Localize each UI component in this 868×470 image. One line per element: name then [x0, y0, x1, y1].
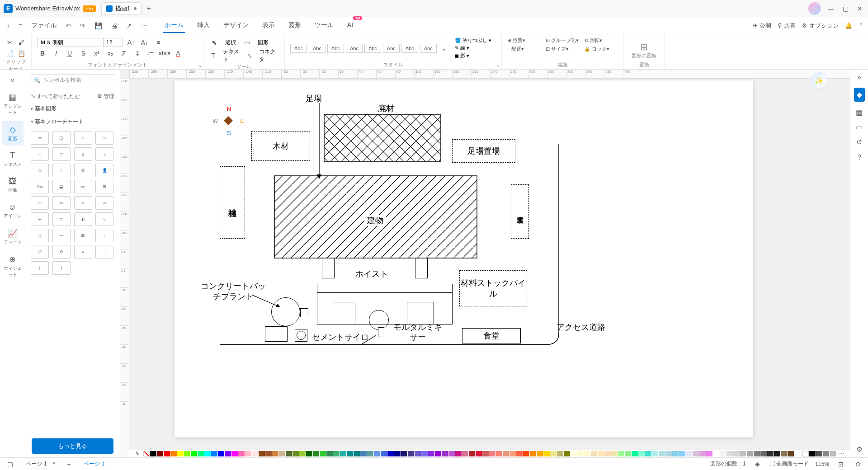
shape-18[interactable]: ▭: [52, 196, 71, 210]
color-swatch[interactable]: [672, 451, 679, 456]
rail-templates[interactable]: ▦テンプレート: [2, 89, 24, 119]
shape-28[interactable]: ○: [95, 229, 113, 242]
shape-33[interactable]: {: [31, 261, 49, 275]
more-shapes-button[interactable]: もっと見る: [32, 438, 113, 454]
collapse-ribbon-button[interactable]: ⌃: [859, 22, 863, 29]
panel-help-icon[interactable]: ？: [856, 153, 863, 162]
style-preset-8[interactable]: Abc: [420, 44, 437, 53]
italic-button[interactable]: I: [51, 48, 61, 59]
rail-charts[interactable]: 📈チャート: [2, 225, 24, 249]
user-avatar[interactable]: [808, 2, 821, 15]
color-swatch[interactable]: [496, 451, 502, 456]
tab-shape[interactable]: 図形: [287, 19, 303, 33]
color-swatch[interactable]: [482, 451, 489, 456]
zoom-actual-button[interactable]: ⊙: [853, 459, 863, 470]
panel-present-icon[interactable]: ▭: [856, 123, 863, 132]
color-swatch[interactable]: [604, 451, 611, 456]
color-swatch[interactable]: [421, 451, 428, 456]
add-page-button[interactable]: +: [64, 459, 75, 470]
color-swatch[interactable]: [306, 451, 312, 456]
rail-images[interactable]: 🖼画像: [2, 173, 24, 197]
color-swatch[interactable]: [469, 451, 475, 456]
shape-34[interactable]: }: [52, 261, 71, 275]
increase-font-button[interactable]: A↑: [126, 37, 137, 48]
hoist-2[interactable]: [415, 258, 428, 278]
shape-user[interactable]: 👤: [95, 164, 113, 177]
color-swatch[interactable]: [781, 451, 787, 456]
color-swatch[interactable]: [245, 451, 251, 456]
color-swatch[interactable]: [170, 451, 177, 456]
tab-insert[interactable]: 挿入: [195, 19, 212, 33]
tab-home[interactable]: ホーム: [163, 19, 185, 33]
color-swatch[interactable]: [367, 451, 373, 456]
color-swatch[interactable]: [638, 451, 645, 456]
color-swatch[interactable]: [645, 451, 651, 456]
color-swatch[interactable]: [340, 451, 346, 456]
style-preset-7[interactable]: Abc: [401, 44, 418, 53]
color-swatch[interactable]: [374, 451, 380, 456]
color-swatch[interactable]: [279, 451, 285, 456]
style-gallery-more[interactable]: ⌄: [439, 43, 449, 54]
format-painter-button[interactable]: 🖌: [17, 37, 26, 48]
select-tool-button[interactable]: 選択: [222, 39, 239, 47]
color-swatch[interactable]: [455, 451, 462, 456]
save-button[interactable]: 💾: [92, 20, 105, 31]
copy-button[interactable]: 📄: [5, 48, 14, 59]
no-fill-swatch[interactable]: [143, 451, 150, 456]
color-swatch[interactable]: [747, 451, 753, 456]
shape-27[interactable]: ▦: [74, 229, 92, 242]
color-gray2[interactable]: [823, 451, 829, 456]
rail-widgets[interactable]: ⊕ウィジェット: [2, 251, 24, 282]
shape-display[interactable]: ⬭: [95, 131, 113, 145]
decrease-font-button[interactable]: A↓: [139, 37, 150, 48]
color-swatch[interactable]: [448, 451, 455, 456]
rotate-button[interactable]: ⟲ 回転▾: [584, 37, 618, 44]
label-mortar-mixer[interactable]: モルタルミキサー: [391, 323, 445, 342]
font-family-select[interactable]: [37, 38, 100, 47]
color-swatch[interactable]: [754, 451, 760, 456]
tab-ai[interactable]: AIhot: [345, 19, 355, 33]
wood-area[interactable]: 木材: [251, 131, 310, 161]
rail-icons[interactable]: ☺アイコン: [2, 199, 24, 223]
color-swatch[interactable]: [191, 451, 197, 456]
close-button[interactable]: ✕: [855, 4, 864, 13]
label-hoist[interactable]: ホイスト: [355, 268, 388, 279]
color-swatch[interactable]: [774, 451, 780, 456]
color-swatch[interactable]: [401, 451, 407, 456]
bold-button[interactable]: B: [37, 48, 48, 59]
shape-23[interactable]: ◐: [74, 212, 92, 226]
color-swatch[interactable]: [252, 451, 258, 456]
color-swatch[interactable]: [238, 451, 245, 456]
color-swatch[interactable]: [326, 451, 333, 456]
style-preset-6[interactable]: Abc: [383, 44, 400, 53]
connector-tool-button[interactable]: コネクタ: [256, 48, 279, 63]
concrete-chute[interactable]: [300, 308, 308, 317]
color-swatch[interactable]: [598, 451, 604, 456]
line-button[interactable]: ✎ 線 ▾: [455, 45, 491, 52]
color-swatch[interactable]: [659, 451, 665, 456]
color-swatch[interactable]: [177, 451, 184, 456]
font-size-select[interactable]: [103, 38, 123, 47]
tab-tool[interactable]: ツール: [313, 19, 335, 33]
paste-button[interactable]: 📋: [17, 48, 26, 59]
color-swatch[interactable]: [625, 451, 631, 456]
color-swatch[interactable]: [699, 451, 706, 456]
settings-gear-icon[interactable]: ⚙: [856, 445, 863, 454]
rack-top[interactable]: [317, 284, 453, 293]
color-swatch[interactable]: [550, 451, 557, 456]
color-swatch[interactable]: [571, 451, 577, 456]
color-swatch[interactable]: [387, 451, 394, 456]
concrete-mixer-drum[interactable]: [271, 297, 300, 326]
access-road-line[interactable]: [550, 144, 568, 345]
color-swatch[interactable]: [231, 451, 238, 456]
fold-all-button[interactable]: ⤡ すべて折りたたむ: [31, 93, 80, 100]
undo-button[interactable]: ↶: [63, 20, 74, 31]
color-swatch[interactable]: [408, 451, 414, 456]
page-nav-icon[interactable]: ▢: [5, 459, 15, 470]
color-swatch[interactable]: [632, 451, 638, 456]
color-swatch[interactable]: [259, 451, 265, 456]
color-white[interactable]: [802, 451, 809, 456]
color-swatch[interactable]: [150, 451, 156, 456]
color-swatch[interactable]: [415, 451, 421, 456]
group-button[interactable]: ⊡ グループ化▾: [546, 37, 580, 44]
